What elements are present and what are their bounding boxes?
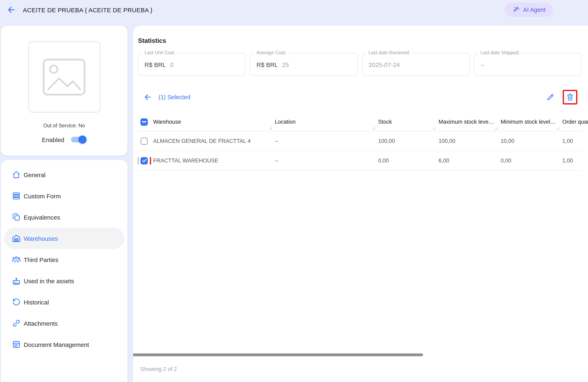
app-window: ACEITE DE PRUEBA { ACEITE DE PRUEBA } AI… bbox=[0, 0, 588, 382]
sidebar-item-warehouses[interactable]: Warehouses bbox=[4, 228, 124, 249]
currency-prefix: R$ BRL bbox=[145, 61, 166, 68]
select-all-checkbox[interactable] bbox=[141, 118, 148, 125]
table-header-row: Warehouse Location Stock Maximum stock l… bbox=[138, 113, 582, 131]
sort-corner-icon bbox=[495, 127, 497, 129]
magic-wand-icon bbox=[512, 6, 520, 14]
sort-corner-icon bbox=[433, 127, 435, 129]
table-row[interactable]: ALMACEN GENERAL DE FRACTTAL 4 -- 100,00 … bbox=[138, 131, 582, 151]
history-icon bbox=[11, 297, 21, 307]
column-header-warehouse[interactable]: Warehouse bbox=[153, 113, 275, 131]
warehouse-cell: FRACTTAL WAREHOUSE bbox=[153, 158, 275, 164]
document-icon bbox=[11, 340, 21, 349]
average-cost-field[interactable]: Average Cost: R$ BRL 25 bbox=[250, 53, 358, 76]
toggle-knob bbox=[78, 136, 86, 144]
enabled-label: Enabled bbox=[42, 136, 64, 143]
selected-count-label[interactable]: (1) Selected bbox=[158, 94, 190, 101]
stock-cell: 0,00 bbox=[378, 158, 439, 164]
edit-button[interactable] bbox=[546, 92, 555, 102]
horizontal-scrollbar[interactable] bbox=[133, 353, 423, 356]
sidebar-item-label: Third Parties bbox=[24, 256, 58, 263]
home-icon bbox=[11, 170, 21, 180]
table-row[interactable]: FRACTTAL WAREHOUSE -- 0,00 6,00 0,00 1,0… bbox=[138, 151, 582, 171]
sort-corner-icon bbox=[372, 127, 375, 129]
sidebar-item-custom-form[interactable]: Custom Form bbox=[4, 185, 124, 206]
sidebar-item-equivalences[interactable]: Equivalences bbox=[4, 206, 124, 228]
column-header-stock[interactable]: Stock bbox=[378, 113, 439, 131]
table-footer-count: Showing 2 of 2 bbox=[141, 366, 177, 372]
sidebar-item-general[interactable]: General bbox=[4, 164, 124, 185]
max-stock-cell: 6,00 bbox=[439, 158, 501, 164]
column-header-max-stock[interactable]: Maximum stock leve… bbox=[439, 113, 501, 131]
sidebar-item-label: Custom Form bbox=[24, 192, 61, 199]
location-cell: -- bbox=[275, 138, 378, 144]
top-bar: ACEITE DE PRUEBA { ACEITE DE PRUEBA } AI… bbox=[0, 0, 588, 20]
last-unit-cost-field[interactable]: Last Unit Cost: R$ BRL 0 bbox=[138, 53, 246, 76]
sidebar-item-label: Historical bbox=[24, 299, 49, 305]
max-stock-cell: 100,00 bbox=[439, 138, 501, 144]
sidebar-item-label: General bbox=[24, 171, 45, 178]
enabled-toggle[interactable] bbox=[71, 136, 86, 144]
sidebar-menu: General Custom Form Equivalences Warehou… bbox=[1, 160, 127, 382]
sidebar-item-label: Equivalences bbox=[24, 214, 60, 221]
min-stock-cell: 10,00 bbox=[501, 138, 562, 144]
field-value: -- bbox=[481, 61, 485, 68]
statistics-title: Statistics bbox=[138, 37, 582, 44]
warehouse-cell: ALMACEN GENERAL DE FRACTTAL 4 bbox=[153, 138, 275, 144]
delete-button[interactable] bbox=[565, 92, 575, 102]
people-icon bbox=[11, 255, 21, 264]
sidebar-item-label: Warehouses bbox=[24, 235, 58, 242]
out-of-service-label: Out of Service: No bbox=[1, 123, 127, 129]
page-title: ACEITE DE PRUEBA { ACEITE DE PRUEBA } bbox=[23, 6, 152, 13]
field-label: Average Cost: bbox=[255, 50, 288, 55]
field-label: Last date Shipped: bbox=[479, 50, 522, 55]
sidebar-item-third-parties[interactable]: Third Parties bbox=[4, 249, 124, 270]
sidebar-item-label: Attachments bbox=[24, 320, 58, 327]
ai-agent-label: AI Agent bbox=[523, 6, 546, 13]
row-checkbox-checked[interactable] bbox=[141, 157, 148, 164]
check-icon bbox=[142, 158, 147, 163]
min-stock-cell: 0,00 bbox=[501, 158, 562, 164]
sidebar-item-label: Used in the assets bbox=[24, 277, 74, 284]
warehouse-icon bbox=[11, 233, 21, 243]
item-summary-card: Out of Service: No Enabled bbox=[1, 26, 127, 156]
custom-form-icon bbox=[11, 191, 21, 201]
selection-toolbar: (1) Selected bbox=[138, 89, 582, 105]
attachment-icon bbox=[11, 318, 21, 328]
image-icon bbox=[42, 58, 86, 96]
field-value: 0 bbox=[170, 61, 173, 68]
statistics-fields: Last Unit Cost: R$ BRL 0 Average Cost: R… bbox=[138, 53, 582, 76]
row-checkbox[interactable] bbox=[141, 137, 148, 145]
image-placeholder[interactable] bbox=[28, 41, 100, 113]
order-qty-cell: 1,00 bbox=[562, 138, 588, 144]
back-arrow-icon[interactable] bbox=[6, 5, 16, 15]
column-header-location[interactable]: Location bbox=[275, 113, 378, 131]
main-panel: Statistics Last Unit Cost: R$ BRL 0 Aver… bbox=[133, 26, 588, 382]
sidebar-item-attachments[interactable]: Attachments bbox=[4, 313, 124, 334]
last-date-shipped-field[interactable]: Last date Shipped: -- bbox=[474, 53, 582, 76]
currency-prefix: R$ BRL bbox=[257, 61, 278, 68]
field-value: 25 bbox=[282, 61, 289, 68]
sidebar-item-document-management[interactable]: Document Management bbox=[4, 334, 124, 355]
sidebar-item-label: Document Management bbox=[24, 341, 89, 348]
warehouses-table: Warehouse Location Stock Maximum stock l… bbox=[138, 113, 582, 171]
trash-icon bbox=[566, 93, 574, 102]
deselect-back-arrow-icon[interactable] bbox=[143, 92, 153, 102]
field-value: 2025-07-24 bbox=[369, 61, 400, 68]
ai-agent-button[interactable]: AI Agent bbox=[505, 3, 553, 17]
sidebar-item-historical[interactable]: Historical bbox=[4, 291, 124, 313]
order-qty-cell: 1,00 bbox=[562, 158, 588, 164]
last-date-received-field[interactable]: Last date Recieved: 2025-07-24 bbox=[362, 53, 470, 76]
field-label: Last date Recieved: bbox=[366, 50, 412, 55]
pencil-icon bbox=[546, 93, 555, 102]
column-header-min-stock[interactable]: Minimum stock level… bbox=[501, 113, 562, 131]
field-label: Last Unit Cost: bbox=[143, 50, 177, 55]
column-header-order-qty[interactable]: Order quan bbox=[562, 113, 588, 131]
assets-icon bbox=[11, 276, 21, 286]
sidebar-item-used-in-assets[interactable]: Used in the assets bbox=[4, 270, 124, 291]
sort-corner-icon bbox=[269, 127, 272, 129]
equivalences-icon bbox=[11, 212, 21, 222]
location-cell: -- bbox=[275, 158, 378, 164]
sort-corner-icon bbox=[557, 127, 559, 129]
stock-cell: 100,00 bbox=[378, 138, 439, 144]
